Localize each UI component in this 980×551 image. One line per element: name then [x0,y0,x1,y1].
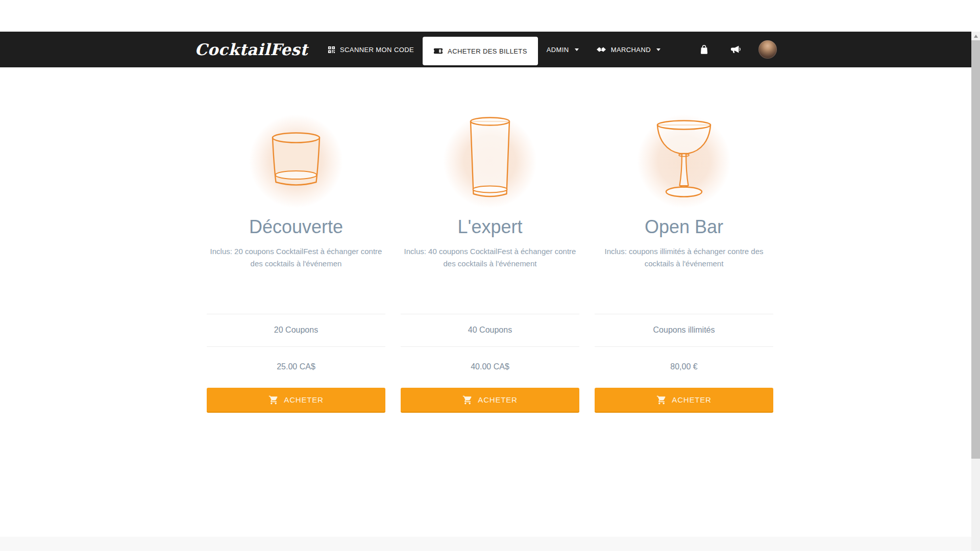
ticket-description: Inclus: 40 coupons CocktailFest à échang… [401,245,579,270]
bag-icon [700,44,708,55]
ticket-coupons: 20 Coupons [207,314,385,346]
ticket-price: 25.00 CA$ [207,347,385,388]
scrollbar [971,32,980,551]
orders-bag-button[interactable] [689,44,719,55]
navbar-right [689,40,777,59]
ticket-description: Inclus: 20 coupons CocktailFest à échang… [207,245,385,270]
ticket-card-open-bar: Open Bar Inclus: coupons illimités à éch… [587,106,781,413]
buy-button-label: ACHETER [478,395,517,404]
ticket-icon [433,47,443,55]
ticket-cards-row: Découverte Inclus: 20 coupons CocktailFe… [199,106,781,413]
navbar: CocktailFest SCANNER MON CODE [0,32,971,67]
ticket-price: 80,00 € [595,347,773,388]
megaphone-icon [730,45,741,55]
footer: FRANÇAIS Tableau de bord [0,537,971,551]
nav-items: SCANNER MON CODE ACHETER DES BILLETS ADM… [319,32,669,67]
spacer [401,270,579,314]
nav-item-scanner-mon-code[interactable]: SCANNER MON CODE [319,32,423,67]
buy-button[interactable]: ACHETER [595,388,773,413]
ticket-description: Inclus: coupons illimités à échanger con… [595,245,773,270]
nav-item-acheter-des-billets[interactable]: ACHETER DES BILLETS [423,37,538,65]
chevron-down-icon [575,48,579,51]
ticket-price: 40.00 CA$ [401,347,579,388]
spacer [207,270,385,314]
ticket-card-lexpert: L'expert Inclus: 40 coupons CocktailFest… [393,106,587,413]
chevron-down-icon [656,48,660,51]
footer-inner: FRANÇAIS Tableau de bord [187,537,785,551]
buy-button-label: ACHETER [672,395,711,404]
user-avatar[interactable] [758,40,777,59]
nav-item-admin-dropdown[interactable]: ADMIN [538,32,587,67]
scroll-up-arrow-icon [974,35,978,38]
main-content: Obtenez vos billets ! Découverte Inclus:… [191,32,789,413]
ticket-name: L'expert [401,216,579,238]
buy-button[interactable]: ACHETER [401,388,579,413]
buy-button[interactable]: ACHETER [207,388,385,413]
nav-item-label: MARCHAND [611,46,651,54]
cart-icon [268,395,279,405]
ticket-name: Open Bar [595,216,773,238]
highball-glass-icon [469,116,511,206]
nav-item-marchand-dropdown[interactable]: MARCHAND [587,32,669,67]
spacer [595,270,773,314]
ticket-card-decouverte: Découverte Inclus: 20 coupons CocktailFe… [199,106,393,413]
cart-icon [462,395,473,405]
ticket-illustration [207,106,385,216]
rocks-glass-icon [270,131,323,192]
coupe-glass-icon [653,117,715,205]
buy-button-label: ACHETER [284,395,323,404]
announcements-button[interactable] [719,45,751,55]
scrollbar-thumb[interactable] [971,40,980,459]
ticket-coupons: 40 Coupons [401,314,579,346]
ticket-name: Découverte [207,216,385,238]
brand-logo[interactable]: CocktailFest [195,40,308,59]
ticket-coupons: Coupons illimités [595,314,773,346]
scrollbar-up-button[interactable] [971,32,980,40]
handshake-icon [596,46,606,53]
ticket-illustration [595,106,773,216]
cart-icon [656,395,667,405]
ticket-illustration [401,106,579,216]
qr-code-icon [328,46,335,54]
nav-item-label: ADMIN [547,46,569,54]
navbar-inner: CocktailFest SCANNER MON CODE [187,32,785,67]
nav-item-label: SCANNER MON CODE [340,46,414,54]
buy-tickets-page: CocktailFest SCANNER MON CODE [0,32,980,551]
nav-item-label: ACHETER DES BILLETS [448,47,527,55]
